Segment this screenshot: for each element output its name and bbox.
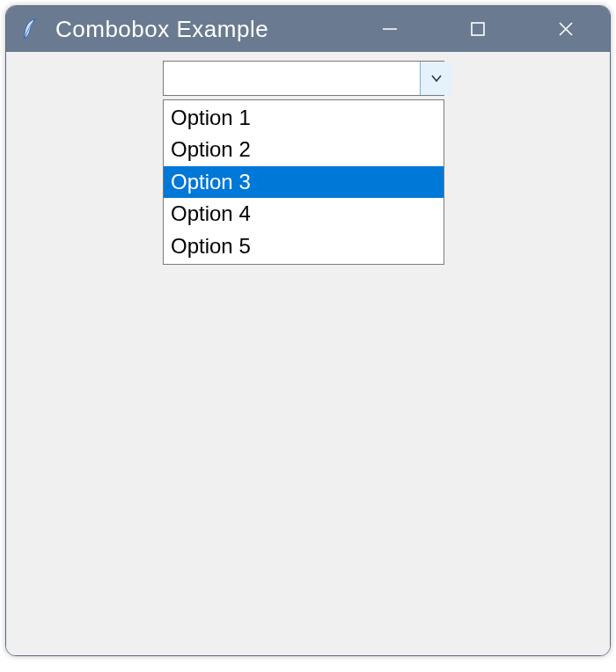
window-title: Combobox Example	[55, 16, 268, 43]
titlebar[interactable]: Combobox Example	[6, 6, 610, 52]
minimize-button[interactable]	[346, 6, 434, 52]
combobox-input[interactable]	[164, 62, 420, 95]
combobox-option[interactable]: Option 3	[164, 166, 444, 198]
combobox-dropdown: Option 1 Option 2 Option 3 Option 4 Opti…	[163, 99, 444, 265]
svg-rect-1	[472, 23, 484, 35]
combobox-field	[163, 61, 444, 96]
app-window: Combobox Example	[5, 5, 611, 656]
combobox: Option 1 Option 2 Option 3 Option 4 Opti…	[163, 61, 444, 96]
close-button[interactable]	[522, 6, 610, 52]
client-area: Option 1 Option 2 Option 3 Option 4 Opti…	[6, 52, 610, 655]
combobox-option[interactable]: Option 2	[164, 134, 444, 165]
feather-icon	[18, 17, 40, 41]
combobox-option[interactable]: Option 5	[164, 230, 444, 262]
combobox-dropdown-button[interactable]	[420, 62, 451, 95]
combobox-option[interactable]: Option 4	[164, 198, 444, 230]
maximize-button[interactable]	[434, 6, 522, 52]
combobox-option[interactable]: Option 1	[164, 102, 444, 134]
